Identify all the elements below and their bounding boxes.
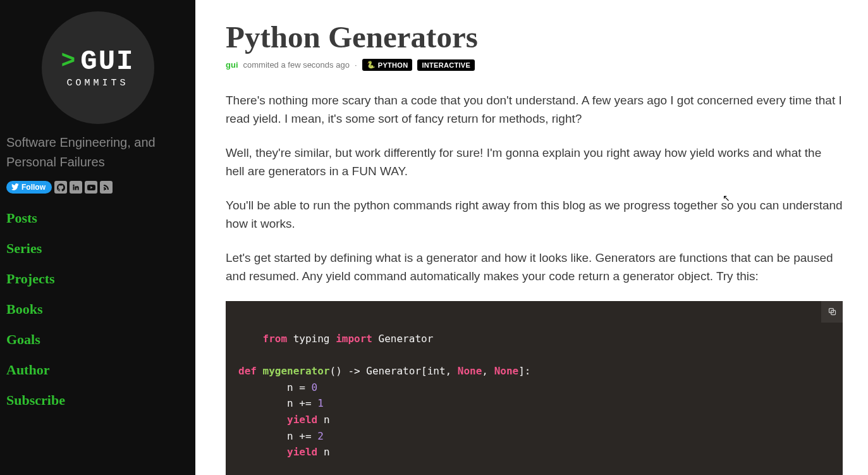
sidebar-item-subscribe[interactable]: Subscribe	[6, 392, 189, 409]
code-none-2: None	[494, 365, 519, 377]
code-line3-var: n =	[287, 381, 305, 393]
copy-icon	[828, 307, 837, 316]
code-line4-var: n +=	[287, 397, 312, 409]
paragraph-2: Well, they're similar, but work differen…	[226, 144, 843, 181]
copy-button[interactable]	[821, 301, 843, 323]
sidebar-item-projects[interactable]: Projects	[6, 271, 189, 287]
rss-icon[interactable]	[100, 181, 113, 194]
code-kw-from: from	[263, 333, 288, 345]
youtube-icon[interactable]	[85, 181, 97, 194]
sidebar: > GUI COMMITS Software Engineering, and …	[0, 0, 195, 475]
logo-main-text: GUI	[80, 47, 134, 75]
linkedin-icon[interactable]	[70, 181, 82, 194]
code-kw-def: def	[238, 365, 257, 377]
code-none-1: None	[458, 365, 482, 377]
paragraph-1: There's nothing more scary than a code t…	[226, 91, 843, 128]
main-content: ↖ Python Generators gui commited a few s…	[195, 0, 868, 475]
sidebar-item-books[interactable]: Books	[6, 301, 189, 318]
tag-python[interactable]: 🐍 PYTHON	[362, 59, 413, 71]
paragraph-4: Let's get started by defining what is a …	[226, 249, 843, 286]
code-fn-name: mygenerator	[263, 365, 330, 377]
chevron-icon: >	[61, 49, 76, 73]
tag-interactive[interactable]: INTERACTIVE	[417, 59, 475, 71]
code-comma: ,	[482, 365, 488, 377]
commit-time: commited a few seconds ago	[243, 60, 350, 70]
twitter-icon	[11, 183, 19, 191]
python-icon: 🐍	[367, 61, 376, 69]
author-name[interactable]: gui	[226, 60, 238, 70]
sidebar-item-author[interactable]: Author	[6, 362, 189, 378]
code-line6-val: 2	[317, 430, 324, 442]
page-title: Python Generators	[226, 19, 843, 55]
paragraph-3: You'll be able to run the python command…	[226, 196, 843, 233]
sidebar-item-series[interactable]: Series	[6, 240, 189, 257]
logo-subtitle: COMMITS	[66, 78, 128, 89]
code-kw-import: import	[336, 333, 372, 345]
code-typing: typing	[293, 333, 330, 345]
code-n-1: n	[324, 414, 330, 426]
logo-circle: > GUI COMMITS	[42, 11, 154, 124]
sidebar-nav: Posts Series Projects Books Goals Author…	[6, 210, 189, 409]
post-meta: gui commited a few seconds ago · 🐍 PYTHO…	[226, 59, 843, 71]
sidebar-item-posts[interactable]: Posts	[6, 210, 189, 226]
github-icon[interactable]	[54, 181, 67, 194]
tag-interactive-label: INTERACTIVE	[422, 61, 470, 69]
sidebar-item-goals[interactable]: Goals	[6, 331, 189, 348]
code-close: ]:	[518, 365, 530, 377]
code-yield-1: yield	[287, 414, 317, 426]
logo-text: > GUI	[61, 47, 134, 75]
social-row: Follow	[6, 181, 189, 194]
code-sig-1: () -> Generator[int,	[330, 365, 452, 377]
code-line3-val: 0	[312, 381, 318, 393]
code-line6-var: n +=	[287, 430, 312, 442]
tagline: Software Engineering, and Personal Failu…	[6, 133, 189, 172]
logo[interactable]: > GUI COMMITS	[6, 11, 189, 124]
code-generator: Generator	[379, 333, 434, 345]
code-line4-val: 1	[317, 397, 324, 409]
code-yield-2: yield	[287, 446, 317, 458]
meta-separator: ·	[355, 60, 357, 70]
tag-python-label: PYTHON	[378, 61, 408, 69]
twitter-follow-button[interactable]: Follow	[6, 181, 52, 194]
code-block: from typing import Generator def mygener…	[226, 301, 843, 476]
twitter-follow-label: Follow	[21, 183, 46, 192]
code-n-2: n	[324, 446, 330, 458]
